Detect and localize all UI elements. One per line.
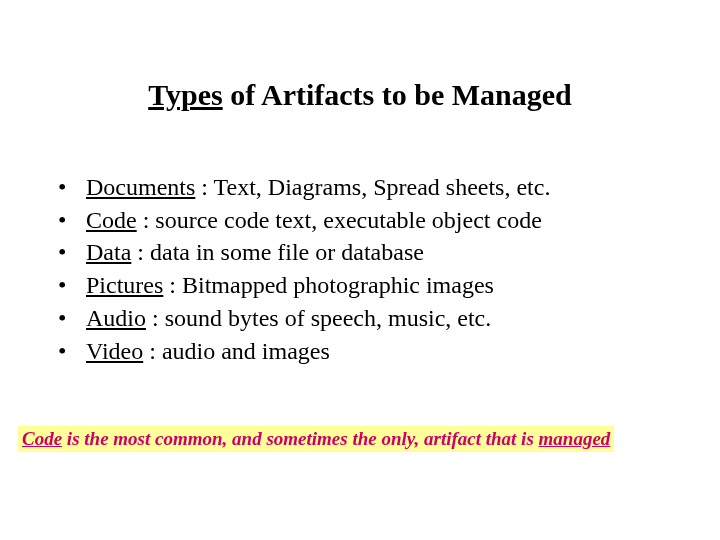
- footnote-container: Code is the most common, and sometimes t…: [0, 426, 720, 452]
- list-item: Pictures : Bitmapped photographic images: [58, 270, 680, 303]
- list-item: Data : data in some file or database: [58, 237, 680, 270]
- bullet-rest: : data in some file or database: [131, 239, 424, 265]
- slide: Types of Artifacts to be Managed Documen…: [0, 0, 720, 540]
- footnote-underlined-2: managed: [539, 428, 611, 449]
- list-item: Code : source code text, executable obje…: [58, 205, 680, 238]
- list-item: Audio : sound bytes of speech, music, et…: [58, 303, 680, 336]
- slide-title: Types of Artifacts to be Managed: [0, 78, 720, 112]
- bullet-rest: : source code text, executable object co…: [137, 207, 542, 233]
- bullet-rest: : Text, Diagrams, Spread sheets, etc.: [195, 174, 550, 200]
- bullet-term: Audio: [86, 305, 146, 331]
- bullet-term: Code: [86, 207, 137, 233]
- footnote-underlined-1: Code: [22, 428, 62, 449]
- bullet-term: Video: [86, 338, 143, 364]
- list-item: Video : audio and images: [58, 336, 680, 369]
- bullet-list: Documents : Text, Diagrams, Spread sheet…: [0, 172, 720, 368]
- bullet-term: Documents: [86, 174, 195, 200]
- bullet-rest: : Bitmapped photographic images: [163, 272, 494, 298]
- bullet-term: Pictures: [86, 272, 163, 298]
- bullet-term: Data: [86, 239, 131, 265]
- bullet-rest: : sound bytes of speech, music, etc.: [146, 305, 491, 331]
- footnote: Code is the most common, and sometimes t…: [18, 426, 614, 452]
- bullet-rest: : audio and images: [143, 338, 330, 364]
- title-rest: of Artifacts to be Managed: [223, 78, 572, 111]
- footnote-mid: is the most common, and sometimes the on…: [62, 428, 538, 449]
- list-item: Documents : Text, Diagrams, Spread sheet…: [58, 172, 680, 205]
- title-underlined: Types: [148, 78, 222, 111]
